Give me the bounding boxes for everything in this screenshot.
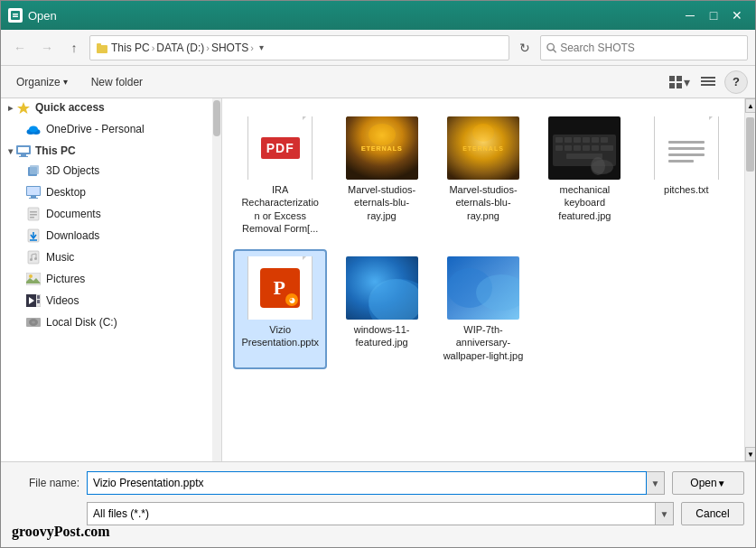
sidebar-item-pictures[interactable]: Pictures	[1, 268, 212, 290]
downloads-icon	[26, 228, 41, 243]
svg-rect-30	[30, 214, 37, 216]
file-panel: PDF IRA Recharacterization or Excess Rem…	[222, 98, 744, 461]
file-item-pptx[interactable]: P ◕ Vizio Presentation.pptx	[233, 249, 327, 369]
view-dropdown-button[interactable]: ▾	[667, 70, 692, 94]
breadcrumb-this-pc[interactable]: This PC	[111, 42, 150, 54]
sidebar-item-documents[interactable]: Documents	[1, 203, 212, 225]
filename-dropdown-button[interactable]: ▼	[647, 471, 665, 495]
filetype-dropdown-button[interactable]: ▼	[656, 502, 674, 525]
wip-image	[447, 256, 519, 320]
open-button[interactable]: Open ▼	[672, 471, 744, 495]
file-thumb-pptx: P ◕	[244, 256, 316, 320]
filetype-row: All files (*.*) ▼ Cancel	[12, 502, 744, 525]
onedrive-section: OneDrive - Personal	[1, 118, 212, 140]
breadcrumb-dropdown[interactable]: ▾	[259, 42, 264, 52]
svg-rect-62	[555, 145, 563, 151]
svg-point-50	[369, 124, 396, 145]
help-button[interactable]: ?	[724, 70, 748, 94]
file-item-txt[interactable]: pitches.txt	[639, 109, 733, 242]
minimize-button[interactable]: ─	[679, 6, 701, 24]
this-pc-expand-icon: ▾	[8, 146, 13, 156]
back-button[interactable]: ←	[8, 36, 32, 60]
file-item-pdf[interactable]: PDF IRA Recharacterization or Excess Rem…	[233, 109, 327, 242]
sidebar-scrollbar-thumb[interactable]	[213, 100, 220, 136]
forward-button[interactable]: →	[35, 36, 59, 60]
content-area: ▸ Quick access	[1, 98, 755, 461]
maximize-button[interactable]: □	[703, 6, 724, 24]
onedrive-icon	[26, 122, 41, 136]
svg-rect-56	[555, 137, 563, 143]
3d-objects-icon	[26, 163, 41, 178]
breadcrumb[interactable]: This PC › DATA (D:) › SHOTS › ▾	[89, 35, 509, 60]
quick-access-icon	[16, 101, 31, 114]
breadcrumb-icon	[96, 42, 111, 54]
svg-rect-61	[601, 137, 608, 143]
search-input[interactable]	[560, 42, 742, 54]
scrollbar-thumb[interactable]	[746, 117, 754, 172]
details-view-button[interactable]	[695, 70, 721, 94]
svg-rect-63	[565, 145, 572, 151]
scroll-up-button[interactable]: ▲	[745, 98, 755, 113]
svg-rect-60	[592, 137, 599, 143]
refresh-button[interactable]: ↻	[513, 36, 537, 60]
cancel-button-area: Cancel	[681, 502, 744, 525]
svg-rect-7	[669, 76, 675, 81]
up-button[interactable]: ↑	[62, 36, 86, 60]
cancel-button[interactable]: Cancel	[681, 502, 744, 525]
file-thumb-wip	[447, 256, 519, 320]
close-button[interactable]: ✕	[726, 6, 748, 24]
music-icon	[26, 250, 41, 265]
file-item-eternals-jpg[interactable]: ETERNALS Marvel-studios-eternals-blu-ray…	[334, 109, 428, 242]
svg-rect-65	[583, 145, 590, 151]
details-view-icon	[701, 76, 715, 88]
file-item-eternals-png[interactable]: ETERNALS Marvel-studios-eternals-blu-ray…	[436, 109, 530, 242]
sidebar-item-desktop[interactable]: Desktop	[1, 181, 212, 203]
search-icon	[546, 42, 556, 53]
app-icon	[8, 8, 23, 23]
sidebar-item-downloads[interactable]: Downloads	[1, 225, 212, 246]
file-name-wip: WIP-7th-anniversary-wallpaper-light.jpg	[443, 323, 524, 362]
file-thumb-keyboard	[548, 116, 621, 180]
svg-point-70	[591, 157, 605, 175]
filename-input[interactable]	[87, 471, 647, 495]
svg-point-39	[29, 274, 33, 278]
sidebar-item-3d-objects[interactable]: 3D Objects	[1, 160, 212, 181]
right-scrollbar: ▲ ▼	[744, 98, 755, 461]
filetype-select[interactable]: All files (*.*)	[87, 502, 656, 525]
sidebar-item-local-disk[interactable]: Local Disk (C:)	[1, 311, 212, 333]
search-box[interactable]	[540, 35, 748, 60]
svg-rect-11	[701, 77, 715, 79]
desktop-icon	[26, 185, 41, 200]
svg-rect-2	[13, 16, 18, 18]
filename-label: File name:	[12, 477, 79, 489]
sidebar-item-music[interactable]: Music	[1, 246, 212, 268]
svg-marker-14	[17, 102, 30, 114]
documents-icon	[26, 207, 41, 221]
svg-rect-29	[30, 211, 37, 213]
svg-rect-19	[18, 147, 29, 153]
pictures-icon	[26, 272, 41, 286]
svg-rect-67	[601, 145, 613, 151]
new-folder-button[interactable]: New folder	[83, 70, 151, 94]
file-name-pdf: IRA Recharacterization or Excess Removal…	[239, 183, 321, 235]
this-pc-header[interactable]: ▾ This PC	[1, 142, 212, 160]
sidebar-item-videos[interactable]: Videos	[1, 290, 212, 311]
organize-button[interactable]: Organize ▾	[8, 70, 76, 94]
file-item-keyboard[interactable]: mechanical keyboard featured.jpg	[537, 109, 631, 242]
sidebar-item-onedrive[interactable]: OneDrive - Personal	[1, 118, 212, 140]
svg-rect-20	[21, 154, 26, 156]
file-item-wip[interactable]: WIP-7th-anniversary-wallpaper-light.jpg	[436, 249, 530, 369]
eternals-jpg-image: ETERNALS	[346, 116, 418, 180]
action-buttons: Open ▼	[672, 471, 744, 495]
pptx-chart-icon: ◕	[285, 293, 298, 306]
scroll-down-button[interactable]: ▼	[745, 447, 755, 461]
svg-text:ETERNALS: ETERNALS	[361, 145, 403, 152]
svg-rect-9	[669, 83, 675, 88]
file-name-keyboard: mechanical keyboard featured.jpg	[544, 183, 625, 222]
breadcrumb-shots[interactable]: SHOTS	[211, 42, 248, 54]
svg-rect-66	[592, 145, 599, 151]
quick-access-header[interactable]: ▸ Quick access	[1, 98, 212, 116]
file-item-windows11[interactable]: windows-11-featured.jpg	[334, 249, 428, 369]
breadcrumb-data-d[interactable]: DATA (D:)	[156, 42, 204, 54]
svg-text:ETERNALS: ETERNALS	[462, 145, 504, 152]
